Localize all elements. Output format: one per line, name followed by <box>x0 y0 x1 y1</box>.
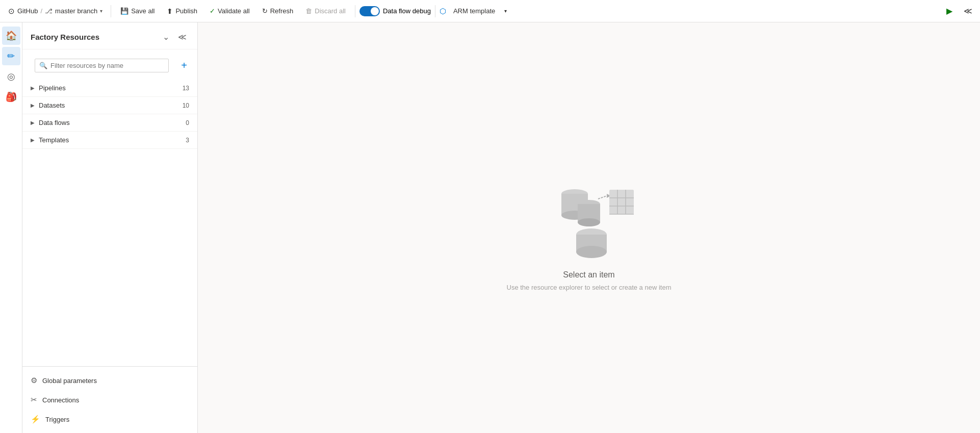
global-parameters-item[interactable]: ⚙ Global parameters <box>22 371 197 390</box>
pipelines-chevron-icon: ▶ <box>31 85 35 91</box>
data-flow-debug-label: Data flow debug <box>383 7 431 15</box>
svg-rect-7 <box>609 190 634 214</box>
github-label: GitHub <box>17 7 38 15</box>
pipelines-item[interactable]: ▶ Pipelines 13 <box>22 80 197 97</box>
manage-icon: 🎒 <box>6 91 17 103</box>
divider-2 <box>355 5 355 17</box>
search-icon: 🔍 <box>39 62 47 69</box>
triggers-label: Triggers <box>45 416 69 423</box>
gear-icon: ⚙ <box>31 376 37 385</box>
templates-label: Templates <box>39 136 69 144</box>
discard-icon: 🗑 <box>305 7 312 15</box>
arm-template-button[interactable]: ARM template <box>448 5 500 17</box>
dataflows-chevron-icon: ▶ <box>31 120 35 125</box>
discard-all-label: Discard all <box>315 7 346 15</box>
search-input[interactable] <box>50 62 164 69</box>
search-box: 🔍 <box>35 59 169 72</box>
validate-all-button[interactable]: ✓ Validate all <box>204 5 255 17</box>
pipelines-label: Pipelines <box>39 84 66 92</box>
global-parameters-label: Global parameters <box>42 377 97 385</box>
collapse-button[interactable]: ≪ <box>960 3 976 19</box>
nav-manage[interactable]: 🎒 <box>2 88 20 106</box>
datasets-chevron-icon: ▶ <box>31 103 35 108</box>
arm-template-dropdown: ⬡ ARM template ▾ <box>440 5 509 17</box>
empty-title: Select an item <box>563 270 614 279</box>
topbar-right: ▶ ≪ <box>941 3 976 19</box>
discard-all-button[interactable]: 🗑 Discard all <box>300 5 351 17</box>
datasets-item-left: ▶ Datasets <box>31 101 65 109</box>
data-flow-debug-toggle[interactable]: Data flow debug <box>359 6 431 16</box>
empty-state: Select an item Use the resource explorer… <box>507 164 672 291</box>
refresh-label: Refresh <box>270 7 294 15</box>
save-all-label: Save all <box>131 7 154 15</box>
arm-template-label: ARM template <box>453 7 495 15</box>
triggers-item[interactable]: ⚡ Triggers <box>22 410 197 429</box>
sidebar-title: Factory Resources <box>31 33 99 41</box>
nav-strip: 🏠 ✏ ◎ 🎒 <box>0 22 22 433</box>
templates-item[interactable]: ▶ Templates 3 <box>22 132 197 149</box>
refresh-icon: ↻ <box>262 7 268 15</box>
save-all-button[interactable]: 💾 Save all <box>115 5 160 17</box>
templates-chevron-icon: ▶ <box>31 137 35 143</box>
nav-monitor[interactable]: ◎ <box>2 67 20 86</box>
pipelines-item-left: ▶ Pipelines <box>31 84 66 92</box>
svg-point-5 <box>578 218 600 226</box>
dataflows-count: 0 <box>186 119 189 126</box>
connections-item[interactable]: ✂ Connections <box>22 390 197 410</box>
monitor-icon: ◎ <box>7 71 15 82</box>
run-button[interactable]: ▶ <box>941 3 958 19</box>
empty-illustration <box>538 164 640 266</box>
main-content: Select an item Use the resource explorer… <box>198 22 980 433</box>
divider-3 <box>435 5 435 17</box>
branch-label: master branch <box>55 7 97 15</box>
datasets-item[interactable]: ▶ Datasets 10 <box>22 97 197 114</box>
toggle-switch-control[interactable] <box>359 6 380 16</box>
nav-author[interactable]: ✏ <box>2 47 20 65</box>
arm-template-expand[interactable]: ▾ <box>502 6 509 16</box>
dataflows-item[interactable]: ▶ Data flows 0 <box>22 114 197 132</box>
home-icon: 🏠 <box>6 30 17 41</box>
pipelines-count: 13 <box>183 85 189 92</box>
check-icon: ✓ <box>210 7 215 15</box>
collapse-icon: ≪ <box>964 6 972 16</box>
dataflows-item-left: ▶ Data flows <box>31 119 70 126</box>
sidebar-bottom: ⚙ Global parameters ✂ Connections ⚡ Trig… <box>22 366 197 433</box>
templates-item-left: ▶ Templates <box>31 136 69 144</box>
empty-subtitle: Use the resource explorer to select or c… <box>507 284 672 291</box>
refresh-button[interactable]: ↻ Refresh <box>257 5 299 17</box>
resource-list: ▶ Pipelines 13 ▶ Datasets 10 ▶ Data flow… <box>22 80 197 366</box>
github-icon: ⊙ <box>8 7 15 16</box>
sidebar-header: Factory Resources ⌄ ≪ <box>22 22 197 49</box>
validate-all-label: Validate all <box>218 7 250 15</box>
dataflows-label: Data flows <box>39 119 70 126</box>
nav-home[interactable]: 🏠 <box>2 27 20 45</box>
pencil-icon: ✏ <box>7 50 15 62</box>
hide-panel-icon: ≪ <box>178 32 187 42</box>
divider-1 <box>111 5 111 17</box>
main-layout: 🏠 ✏ ◎ 🎒 Factory Resources ⌄ ≪ <box>0 22 980 433</box>
github-selector[interactable]: ⊙ GitHub / ⎇ master branch ▾ <box>4 4 107 18</box>
datasets-label: Datasets <box>39 101 65 109</box>
chevron-down-icon: ▾ <box>100 8 102 14</box>
datasets-count: 10 <box>183 102 189 109</box>
arm-icon: ⬡ <box>440 7 446 16</box>
search-area: 🔍 + <box>29 54 191 78</box>
sidebar-hide-btn[interactable]: ≪ <box>175 30 189 44</box>
collapse-panel-icon: ⌄ <box>163 32 169 42</box>
publish-icon: ⬆ <box>167 7 173 15</box>
connections-label: Connections <box>42 396 79 404</box>
publish-button[interactable]: ⬆ Publish <box>162 5 202 18</box>
templates-count: 3 <box>186 137 189 144</box>
connections-icon: ✂ <box>31 395 37 404</box>
add-resource-button[interactable]: + <box>177 59 191 73</box>
run-icon: ▶ <box>946 6 952 16</box>
svg-point-15 <box>576 246 607 258</box>
sidebar-collapse-btn[interactable]: ⌄ <box>159 30 173 44</box>
lightning-icon: ⚡ <box>31 415 40 424</box>
sidebar: Factory Resources ⌄ ≪ 🔍 + ▶ <box>22 22 198 433</box>
arm-chevron-icon: ▾ <box>504 8 507 14</box>
publish-label: Publish <box>175 7 197 15</box>
topbar: ⊙ GitHub / ⎇ master branch ▾ 💾 Save all … <box>0 0 980 22</box>
save-icon: 💾 <box>120 7 128 15</box>
sidebar-header-actions: ⌄ ≪ <box>159 30 189 44</box>
